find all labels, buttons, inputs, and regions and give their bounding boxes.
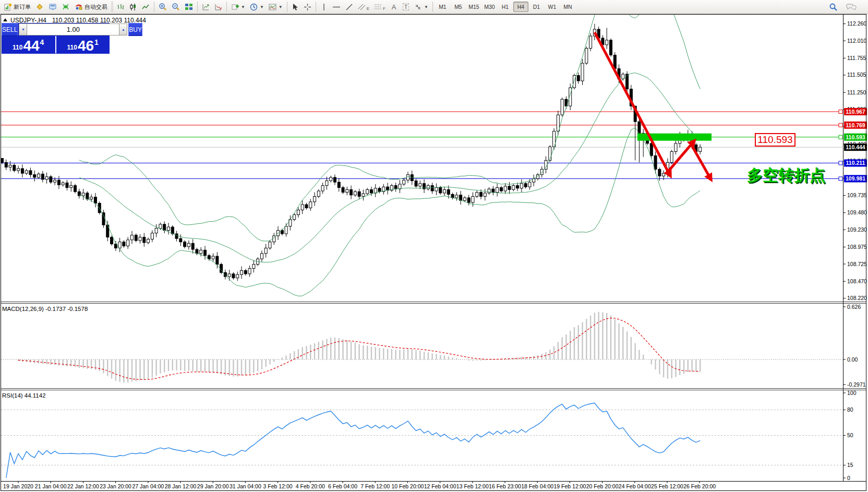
line-chart-button[interactable] — [140, 1, 152, 13]
bar-chart-button[interactable] — [115, 1, 127, 13]
svg-text:7 Feb 12:00: 7 Feb 12:00 — [360, 483, 390, 489]
svg-text:100: 100 — [847, 390, 857, 396]
buy-button[interactable]: BUY — [128, 23, 142, 36]
svg-text:0.626: 0.626 — [847, 304, 861, 310]
timeframe-m15[interactable]: M15 — [466, 2, 481, 12]
trendline-tool-button[interactable] — [343, 1, 355, 13]
macd-label: MACD(12,26,9) -0.1737 -0.1578 — [2, 306, 88, 312]
svg-text:6 Feb 04:00: 6 Feb 04:00 — [328, 483, 357, 489]
templates-button[interactable]: ▼ — [267, 1, 285, 13]
toolbar: 新订单 自动交易 ▼ ▼ ▼ E F A T ▼ — [0, 0, 868, 14]
search-button[interactable] — [827, 1, 840, 13]
new-chart-button[interactable] — [200, 1, 212, 13]
svg-text:109.480: 109.480 — [847, 209, 867, 215]
sell-price[interactable]: 110 44 4 — [2, 36, 56, 53]
timeframe-h1[interactable]: H1 — [498, 2, 513, 12]
svg-text:111.250: 111.250 — [847, 89, 866, 95]
profiles-icon — [214, 3, 222, 11]
svg-text:18 Feb 04:00: 18 Feb 04:00 — [521, 483, 553, 489]
svg-text:50: 50 — [847, 432, 853, 438]
hline-tool-button[interactable] — [330, 1, 343, 13]
timeframe-h4[interactable]: H4 — [513, 2, 528, 12]
channel-label: E — [367, 6, 369, 11]
periods-icon — [250, 3, 258, 11]
tile-windows-button[interactable] — [183, 1, 195, 13]
zoom-in-button[interactable] — [156, 1, 169, 13]
fibo-tool-button[interactable]: F — [372, 1, 388, 13]
autotrade-button[interactable]: 自动交易 — [73, 1, 110, 13]
channel-tool-button[interactable]: E — [356, 1, 371, 13]
add-indicator-icon — [231, 3, 239, 11]
text-tool-button[interactable]: A — [388, 1, 400, 13]
timeframe-m30[interactable]: M30 — [482, 2, 497, 12]
sell-price-pips: 44 — [23, 39, 39, 52]
crosshair-tool-button[interactable] — [302, 1, 314, 13]
svg-text:80: 80 — [847, 406, 853, 413]
toolbar-separator — [287, 2, 287, 12]
zoom-in-icon — [159, 3, 167, 11]
chat-button[interactable] — [844, 1, 859, 13]
cursor-tool-button[interactable] — [290, 1, 301, 13]
svg-text:111.505: 111.505 — [847, 71, 866, 78]
toolbar-separator — [226, 2, 227, 12]
profiles-button[interactable] — [212, 1, 224, 13]
svg-text:28 Jan 12:00: 28 Jan 12:00 — [165, 483, 197, 489]
new-order-icon — [4, 3, 12, 11]
metaeditor-button[interactable] — [33, 1, 46, 13]
toolbar-separator — [432, 2, 433, 12]
svg-text:108.470: 108.470 — [847, 278, 867, 284]
svg-text:110.967: 110.967 — [846, 109, 865, 115]
svg-text:26 Feb 20:00: 26 Feb 20:00 — [683, 483, 716, 489]
shapes-icon — [414, 3, 422, 11]
timeframe-w1[interactable]: W1 — [545, 2, 560, 12]
toolbar-grip — [111, 2, 113, 12]
svg-text:10 Feb 20:00: 10 Feb 20:00 — [391, 483, 424, 489]
fibo-icon — [374, 3, 382, 11]
label-tool-button[interactable]: T — [400, 1, 412, 13]
buy-price-pips: 46 — [78, 39, 94, 52]
zoom-out-button[interactable] — [170, 1, 182, 13]
autotrade-icon — [75, 3, 83, 11]
new-order-label: 新订单 — [14, 3, 31, 11]
toolbar-separator — [154, 2, 154, 12]
svg-text:16 Feb 23:00: 16 Feb 23:00 — [489, 483, 521, 489]
chart-area[interactable]: 110.593多空转折点多空转折点 112.260112.010111.7551… — [0, 14, 868, 492]
autotrade-label: 自动交易 — [85, 3, 107, 11]
sell-button[interactable]: SELL — [2, 23, 18, 36]
fibo-label: F — [383, 6, 385, 11]
svg-text:109.735: 109.735 — [847, 192, 867, 198]
shapes-tool-button[interactable]: ▼ — [412, 1, 430, 13]
volume-input[interactable] — [27, 23, 119, 35]
buy-price-point: 1 — [94, 39, 99, 46]
svg-text:20 Feb 20:00: 20 Feb 20:00 — [586, 483, 619, 489]
svg-text:19 Jan 2020: 19 Jan 2020 — [3, 483, 33, 489]
vline-tool-button[interactable] — [318, 1, 330, 13]
buy-price-base: 110 — [67, 44, 77, 51]
dropdown-caret-icon: ▼ — [424, 5, 428, 9]
svg-text:21 Jan 04:00: 21 Jan 04:00 — [35, 483, 67, 489]
dropdown-caret-icon: ▼ — [279, 5, 283, 9]
periods-button[interactable]: ▼ — [248, 1, 266, 13]
new-order-button[interactable]: 新订单 — [2, 1, 33, 13]
metaeditor-icon — [35, 3, 44, 11]
timeframe-m1[interactable]: M1 — [435, 2, 450, 12]
svg-text:4 Feb 20:00: 4 Feb 20:00 — [296, 483, 325, 489]
candlestick-chart-button[interactable] — [127, 1, 139, 13]
add-indicator-button[interactable]: ▼ — [229, 1, 247, 13]
volume-decrease-button[interactable]: ▼ — [19, 23, 27, 35]
tile-windows-icon — [185, 3, 193, 11]
timeframe-d1[interactable]: D1 — [529, 2, 544, 12]
market-watch-button[interactable] — [46, 1, 59, 13]
crosshair-icon — [304, 3, 311, 11]
timeframe-m5[interactable]: M5 — [451, 2, 466, 12]
cn-annotation-text[interactable]: 多空转折点 — [747, 166, 825, 184]
bar-chart-icon — [117, 3, 125, 11]
timeframe-mn[interactable]: MN — [560, 2, 575, 12]
volume-increase-button[interactable]: ▲ — [119, 23, 127, 35]
svg-text:31 Jan 04:00: 31 Jan 04:00 — [230, 483, 261, 489]
signals-button[interactable] — [59, 1, 72, 13]
label-tool-icon: T — [403, 3, 409, 10]
zoom-out-icon — [172, 3, 180, 11]
new-chart-icon — [202, 3, 210, 11]
buy-price[interactable]: 110 46 1 — [56, 36, 110, 53]
